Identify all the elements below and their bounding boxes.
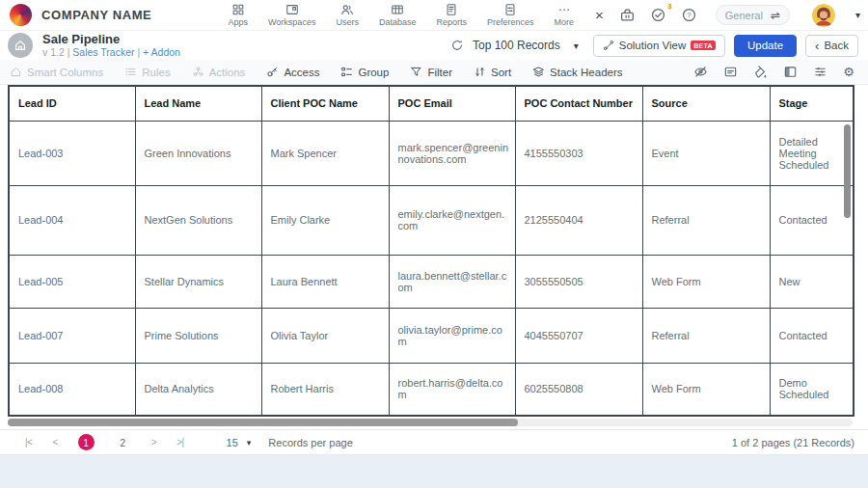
- access-button[interactable]: Access: [266, 66, 319, 78]
- table-cell[interactable]: mark.spencer@greeninnovations.com: [389, 121, 515, 185]
- column-header[interactable]: Source: [642, 86, 770, 121]
- nav-item-more[interactable]: ⋯ More: [554, 3, 574, 27]
- nav-item-apps[interactable]: Apps: [229, 3, 249, 27]
- gear-icon[interactable]: ⚙: [843, 66, 854, 78]
- table-cell[interactable]: Lead-008: [9, 363, 135, 416]
- table-cell[interactable]: Green Innovations: [135, 121, 261, 185]
- leads-table: Lead IDLead NameClient POC NamePOC Email…: [8, 85, 854, 417]
- horizontal-scrollbar[interactable]: [8, 419, 518, 426]
- table-cell[interactable]: olivia.taylor@prime.com: [389, 308, 515, 363]
- nav-item-preferences[interactable]: Preferences: [487, 3, 534, 27]
- group-button[interactable]: Group: [340, 66, 389, 78]
- nav-item-workspaces[interactable]: Workspaces: [268, 3, 315, 27]
- smart-columns-button[interactable]: Smart Columns: [10, 66, 103, 78]
- table-cell[interactable]: Robert Harris: [261, 363, 389, 416]
- refresh-icon[interactable]: [450, 39, 464, 52]
- profile-caret-icon[interactable]: ▾: [855, 10, 860, 20]
- close-icon[interactable]: ×: [595, 8, 604, 22]
- app-window: COMPANY NAME Apps Workspaces Users Datab…: [0, 0, 868, 488]
- table-cell[interactable]: Detailed Meeting Scheduled: [770, 121, 854, 185]
- sort-button[interactable]: Sort: [474, 66, 511, 78]
- table-cell[interactable]: Delta Analytics: [135, 363, 261, 416]
- column-header[interactable]: Lead Name: [135, 86, 261, 121]
- table-cell[interactable]: Referral: [642, 308, 770, 363]
- prev-page-button[interactable]: <: [52, 437, 57, 447]
- vertical-scrollbar[interactable]: [844, 124, 851, 218]
- eye-off-icon[interactable]: [693, 65, 708, 79]
- table-cell[interactable]: Laura Bennett: [261, 255, 389, 308]
- help-icon[interactable]: ?: [681, 7, 697, 23]
- table-cell[interactable]: 2125550404: [515, 185, 642, 255]
- rules-icon: [124, 66, 137, 78]
- table-cell[interactable]: 3055550505: [515, 255, 642, 308]
- view-home-button[interactable]: [8, 33, 33, 58]
- stack-headers-button[interactable]: Stack Headers: [532, 66, 622, 78]
- actions-button[interactable]: Actions: [192, 66, 246, 78]
- smart-columns-icon: [10, 66, 22, 78]
- field-box-icon[interactable]: [723, 65, 738, 79]
- table-cell[interactable]: Demo Scheduled: [770, 363, 854, 416]
- column-header[interactable]: POC Contact Number: [515, 86, 642, 121]
- rules-button[interactable]: Rules: [124, 66, 170, 78]
- table-cell[interactable]: Contacted: [770, 308, 854, 363]
- preferences-icon: [503, 3, 517, 16]
- table-cell[interactable]: Olivia Taylor: [261, 308, 389, 363]
- page-button-2[interactable]: 2: [115, 437, 131, 448]
- tasks-check-icon[interactable]: 3: [650, 7, 666, 23]
- table-cell[interactable]: emily.clarke@nextgen.com: [389, 185, 515, 255]
- last-page-button[interactable]: >|: [176, 437, 183, 447]
- table-cell[interactable]: Lead-003: [9, 121, 135, 185]
- solution-view-button[interactable]: Solution View BETA: [593, 35, 725, 57]
- table-cell[interactable]: Mark Spencer: [261, 121, 389, 185]
- column-header[interactable]: Client POC Name: [261, 86, 389, 121]
- filter-button[interactable]: Filter: [410, 66, 452, 78]
- avatar[interactable]: [812, 4, 835, 27]
- table-cell[interactable]: Event: [642, 121, 770, 185]
- table-cell[interactable]: New: [770, 255, 854, 308]
- table-cell[interactable]: laura.bennett@stellar.com: [389, 255, 515, 308]
- update-button[interactable]: Update: [734, 35, 797, 57]
- workspace-icon: [285, 3, 299, 16]
- records-dropdown[interactable]: Top 100 Records ▾: [473, 39, 579, 52]
- columns-layout-icon[interactable]: [783, 65, 798, 79]
- records-caret-icon: ▾: [574, 41, 579, 51]
- table-cell[interactable]: Web Form: [642, 363, 770, 416]
- users-icon: [340, 3, 354, 16]
- page-button-1[interactable]: 1: [78, 434, 95, 450]
- pager: |< < 1 2 > >|: [25, 434, 184, 450]
- access-key-icon: [266, 66, 279, 78]
- table-cell[interactable]: Contacted: [770, 185, 854, 255]
- table-cell[interactable]: Lead-004: [9, 185, 135, 255]
- table-cell[interactable]: 4045550707: [515, 308, 642, 363]
- column-header[interactable]: Lead ID: [9, 86, 135, 121]
- nav-item-users[interactable]: Users: [336, 3, 359, 27]
- table-cell[interactable]: Emily Clarke: [261, 185, 389, 255]
- nav-item-database[interactable]: Database: [379, 3, 417, 27]
- page-summary: 1 of 2 pages (21 Records): [732, 437, 854, 448]
- sales-tracker-link[interactable]: Sales Tracker: [72, 46, 134, 58]
- table-cell[interactable]: Web Form: [642, 255, 770, 308]
- table-cell[interactable]: robert.harris@delta.com: [389, 363, 515, 416]
- table-cell[interactable]: NextGen Solutions: [135, 185, 261, 255]
- column-header[interactable]: Stage: [770, 86, 854, 121]
- toolbox-icon[interactable]: [619, 7, 636, 23]
- database-icon: [391, 3, 404, 16]
- row-height-icon[interactable]: [813, 65, 827, 79]
- paint-bucket-icon[interactable]: [753, 65, 768, 79]
- workspace-switcher-pill[interactable]: General ⇌: [716, 5, 790, 25]
- page-size-dropdown[interactable]: 15 ▾: [227, 437, 252, 448]
- table-cell[interactable]: Stellar Dynamics: [135, 255, 261, 308]
- table-cell[interactable]: Prime Solutions: [135, 308, 261, 363]
- table-cell[interactable]: 4155550303: [515, 121, 642, 185]
- back-button[interactable]: ‹ Back: [805, 35, 858, 57]
- column-header[interactable]: POC Email: [389, 86, 515, 121]
- first-page-button[interactable]: |<: [25, 437, 32, 447]
- table-cell[interactable]: 6025550808: [515, 363, 642, 416]
- next-page-button[interactable]: >: [151, 437, 156, 447]
- table-cell[interactable]: Lead-007: [9, 308, 135, 363]
- table-cell[interactable]: Lead-005: [9, 255, 135, 308]
- company-name: COMPANY NAME: [41, 8, 151, 22]
- table-cell[interactable]: Referral: [642, 185, 770, 255]
- addon-link[interactable]: + Addon: [143, 46, 180, 58]
- nav-item-reports[interactable]: Reports: [436, 3, 467, 27]
